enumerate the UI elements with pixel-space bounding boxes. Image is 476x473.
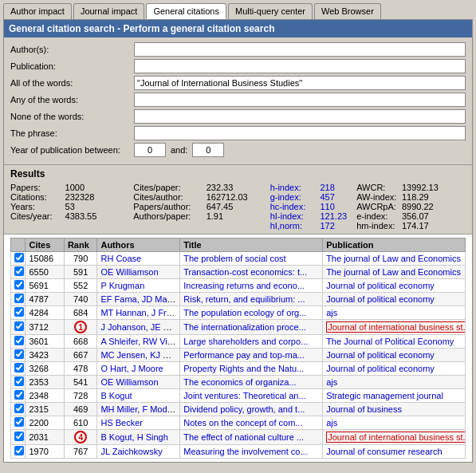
row-checkbox-cell[interactable] bbox=[11, 403, 26, 416]
all-words-input[interactable] bbox=[134, 76, 466, 90]
row-rank[interactable]: 610 bbox=[64, 416, 97, 430]
row-rank[interactable]: 591 bbox=[64, 266, 97, 279]
row-authors[interactable]: O Hart, J Moore bbox=[97, 362, 180, 376]
tab-journal-impact[interactable]: Journal impact bbox=[73, 3, 145, 19]
row-rank[interactable]: 1 bbox=[64, 320, 97, 335]
col-header-cites[interactable]: Cites bbox=[26, 238, 64, 252]
col-header-rank[interactable]: Rank bbox=[64, 238, 97, 252]
col-header-title[interactable]: Title bbox=[180, 238, 323, 252]
col-header-authors[interactable]: Authors bbox=[97, 238, 180, 252]
row-authors[interactable]: MT Hannan, J Fre... bbox=[97, 306, 180, 320]
row-publication[interactable]: Journal of consumer research bbox=[323, 445, 466, 459]
phrase-input[interactable] bbox=[134, 126, 466, 140]
row-checkbox[interactable] bbox=[14, 363, 24, 372]
row-publication[interactable]: ajs bbox=[323, 306, 466, 320]
row-checkbox[interactable] bbox=[14, 336, 24, 345]
row-title[interactable]: Increasing returns and econo... bbox=[180, 279, 323, 293]
row-checkbox-cell[interactable] bbox=[11, 252, 26, 266]
row-checkbox-cell[interactable] bbox=[11, 279, 26, 293]
row-authors[interactable]: B Kogut bbox=[97, 389, 180, 403]
row-authors[interactable]: JL Zaichkowsky bbox=[97, 445, 180, 459]
row-publication[interactable]: Strategic management journal bbox=[323, 389, 466, 403]
row-authors[interactable]: MH Miller, F Modig... bbox=[97, 403, 180, 416]
publication-input[interactable] bbox=[134, 59, 466, 73]
row-publication[interactable]: The journal of Law and Economics bbox=[323, 266, 466, 279]
tab-web-browser[interactable]: Web Browser bbox=[314, 3, 381, 19]
row-checkbox-cell[interactable] bbox=[11, 293, 26, 306]
row-authors[interactable]: EF Fama, JD Mac... bbox=[97, 293, 180, 306]
row-title[interactable]: The internationalization proce... bbox=[180, 320, 323, 335]
row-checkbox-cell[interactable] bbox=[11, 320, 26, 335]
row-rank[interactable]: 790 bbox=[64, 252, 97, 266]
row-rank[interactable]: 478 bbox=[64, 362, 97, 376]
row-checkbox[interactable] bbox=[14, 294, 24, 303]
row-title[interactable]: Large shareholders and corpo... bbox=[180, 335, 323, 349]
row-rank[interactable]: 668 bbox=[64, 335, 97, 349]
row-title[interactable]: The problem of social cost bbox=[180, 252, 323, 266]
row-authors[interactable]: MC Jensen, KJ Mu... bbox=[97, 349, 180, 362]
row-authors[interactable]: OE Williamson bbox=[97, 266, 180, 279]
row-title[interactable]: Risk, return, and equilibrium: ... bbox=[180, 293, 323, 306]
row-title[interactable]: Joint ventures: Theoretical an... bbox=[180, 389, 323, 403]
none-words-input[interactable] bbox=[134, 109, 466, 124]
year-from-input[interactable] bbox=[134, 143, 166, 157]
row-authors[interactable]: OE Williamson bbox=[97, 376, 180, 389]
row-rank[interactable]: 740 bbox=[64, 293, 97, 306]
row-checkbox[interactable] bbox=[14, 446, 24, 455]
row-checkbox[interactable] bbox=[14, 266, 24, 276]
row-publication[interactable]: Journal of international business st... bbox=[323, 430, 466, 445]
row-title[interactable]: Dividend policy, growth, and t... bbox=[180, 403, 323, 416]
tab-general-citations[interactable]: General citations bbox=[146, 3, 226, 19]
row-checkbox[interactable] bbox=[14, 417, 24, 427]
row-rank[interactable]: 541 bbox=[64, 376, 97, 389]
tab-multi-query[interactable]: Multi-query center bbox=[228, 3, 313, 19]
row-publication[interactable]: ajs bbox=[323, 376, 466, 389]
year-to-input[interactable] bbox=[192, 143, 224, 157]
row-title[interactable]: Performance pay and top-ma... bbox=[180, 349, 323, 362]
row-rank[interactable]: 552 bbox=[64, 279, 97, 293]
row-checkbox[interactable] bbox=[14, 432, 24, 441]
row-publication[interactable]: The journal of Law and Economics bbox=[323, 252, 466, 266]
row-title[interactable]: Property Rights and the Natu... bbox=[180, 362, 323, 376]
row-checkbox[interactable] bbox=[14, 390, 24, 400]
row-checkbox-cell[interactable] bbox=[11, 266, 26, 279]
row-title[interactable]: The economics of organiza... bbox=[180, 376, 323, 389]
row-rank[interactable]: 684 bbox=[64, 306, 97, 320]
row-rank[interactable]: 4 bbox=[64, 430, 97, 445]
row-title[interactable]: Measuring the involvement co... bbox=[180, 445, 323, 459]
row-title[interactable]: Notes on the concept of com... bbox=[180, 416, 323, 430]
row-publication[interactable]: The Journal of Political Economy bbox=[323, 335, 466, 349]
tab-author-impact[interactable]: Author impact bbox=[3, 3, 72, 19]
row-checkbox[interactable] bbox=[14, 307, 24, 317]
row-authors[interactable]: B Kogut, H Singh bbox=[97, 430, 180, 445]
row-rank[interactable]: 469 bbox=[64, 403, 97, 416]
row-rank[interactable]: 728 bbox=[64, 389, 97, 403]
any-words-input[interactable] bbox=[134, 93, 466, 107]
row-checkbox[interactable] bbox=[14, 253, 24, 262]
row-checkbox-cell[interactable] bbox=[11, 335, 26, 349]
row-publication[interactable]: Journal of political economy bbox=[323, 279, 466, 293]
row-authors[interactable]: A Shleifer, RW Vis... bbox=[97, 335, 180, 349]
row-checkbox-cell[interactable] bbox=[11, 445, 26, 459]
row-title[interactable]: Transaction-cost economics: t... bbox=[180, 266, 323, 279]
row-title[interactable]: The effect of national culture ... bbox=[180, 430, 323, 445]
row-checkbox[interactable] bbox=[14, 404, 24, 413]
row-checkbox-cell[interactable] bbox=[11, 430, 26, 445]
row-checkbox-cell[interactable] bbox=[11, 306, 26, 320]
row-rank[interactable]: 767 bbox=[64, 445, 97, 459]
row-publication[interactable]: Journal of international business st... bbox=[323, 320, 466, 335]
row-authors[interactable]: RH Coase bbox=[97, 252, 180, 266]
row-publication[interactable]: Journal of political economy bbox=[323, 362, 466, 376]
row-checkbox[interactable] bbox=[14, 321, 24, 331]
row-publication[interactable]: Journal of political economy bbox=[323, 293, 466, 306]
authors-input[interactable] bbox=[134, 42, 466, 57]
row-publication[interactable]: ajs bbox=[323, 416, 466, 430]
row-rank[interactable]: 667 bbox=[64, 349, 97, 362]
row-checkbox-cell[interactable] bbox=[11, 376, 26, 389]
row-checkbox-cell[interactable] bbox=[11, 416, 26, 430]
row-authors[interactable]: P Krugman bbox=[97, 279, 180, 293]
row-title[interactable]: The population ecology of org... bbox=[180, 306, 323, 320]
row-checkbox[interactable] bbox=[14, 349, 24, 359]
col-header-publication[interactable]: Publication bbox=[323, 238, 466, 252]
row-checkbox[interactable] bbox=[14, 280, 24, 290]
